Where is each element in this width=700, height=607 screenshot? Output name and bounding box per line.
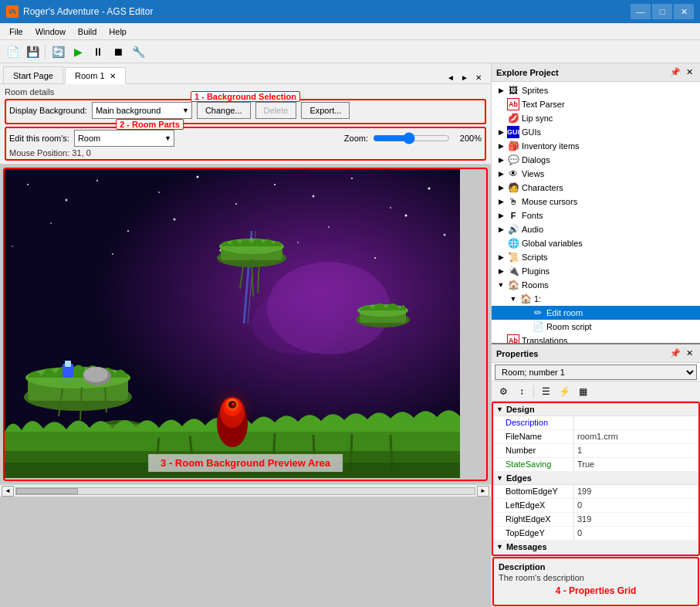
expand-mousecursors[interactable]: ▶ (495, 195, 507, 208)
tab-start-page[interactable]: Start Page (3, 66, 63, 83)
tree-item-dialogs[interactable]: ▶ 💬 Dialogs (492, 153, 700, 167)
tree-item-textparser[interactable]: Ab Text Parser (492, 97, 700, 111)
preview-annotation-label: 3 - Room Background Preview Area (148, 454, 343, 472)
translations-icon: Ab (507, 334, 519, 343)
tree-item-room1[interactable]: ▼ 🏠 1: (492, 292, 700, 306)
prop-description-value[interactable] (574, 416, 698, 429)
menu-file[interactable]: File (3, 25, 29, 38)
tree-item-mousecursors[interactable]: ▶ 🖱 Mouse cursors (492, 195, 700, 209)
expand-sprites[interactable]: ▶ (495, 84, 507, 97)
expand-fonts[interactable]: ▶ (495, 209, 507, 222)
expand-scripts[interactable]: ▶ (495, 251, 507, 263)
prop-bottomedgey-name: BottomEdgeY (493, 485, 574, 498)
editroom-icon: ✏ (532, 307, 544, 319)
tree-item-audio[interactable]: ▶ 🔊 Audio (492, 222, 700, 236)
tab-scroll-left[interactable]: ◄ (445, 71, 457, 83)
expand-views[interactable]: ▶ (495, 168, 507, 180)
properties-header: Properties 📌 ✕ (492, 344, 700, 363)
expand-guis[interactable]: ▶ (495, 126, 507, 138)
toolbar-step[interactable]: ⏸ (89, 42, 107, 61)
menu-help[interactable]: Help (103, 25, 133, 38)
scroll-right-btn[interactable]: ► (477, 486, 489, 497)
game-preview-svg: HOME (5, 169, 460, 478)
tree-item-lipsync[interactable]: 💋 Lip sync (492, 111, 700, 125)
toolbar-play[interactable]: ▶ (69, 42, 87, 61)
expand-characters[interactable]: ▶ (495, 181, 507, 194)
tree-item-roomscript[interactable]: 📄 Room script (492, 320, 700, 334)
expand-inventory[interactable]: ▶ (495, 140, 507, 152)
tab-scroll-right[interactable]: ► (458, 71, 471, 83)
tree-item-translations[interactable]: Ab Translations (492, 334, 700, 343)
props-events-btn[interactable]: ⚡ (556, 384, 573, 399)
audio-icon: 🔊 (507, 223, 519, 236)
props-sep-1 (533, 385, 534, 398)
tree-item-fonts[interactable]: ▶ F Fonts (492, 209, 700, 222)
section-edges[interactable]: ▼ Edges (493, 472, 698, 485)
section-design[interactable]: ▼ Design (493, 403, 698, 416)
expand-rooms[interactable]: ▼ (495, 279, 507, 291)
zoom-label: Zoom: (344, 134, 368, 143)
expand-plugins[interactable]: ▶ (495, 265, 507, 277)
svg-point-11 (428, 188, 431, 190)
toolbar-save[interactable]: 💾 (23, 42, 42, 61)
expand-textparser (495, 98, 507, 110)
bg-select-wrapper: Main background ▼ (92, 102, 192, 119)
tree-item-inventory[interactable]: ▶ 🎒 Inventory items (492, 139, 700, 153)
expand-room1[interactable]: ▼ (507, 293, 519, 305)
menubar: File Window Build Help (0, 23, 700, 40)
tree-item-globalvars[interactable]: 🌐 Global variables (492, 236, 700, 250)
preview-container[interactable]: HOME (0, 164, 491, 607)
section-messages[interactable]: ▼ Messages (493, 541, 698, 554)
preview-wrapper: HOME (3, 168, 488, 481)
zoom-slider[interactable] (373, 131, 450, 145)
props-pin-btn[interactable]: 📌 (669, 348, 681, 360)
tab-room1[interactable]: Room 1 ✕ (65, 67, 126, 84)
props-categorized-btn[interactable]: ⚙ (495, 384, 512, 399)
bg-dropdown[interactable]: Main background (92, 102, 192, 119)
tree-item-characters[interactable]: ▶ 🧑 Characters (492, 181, 700, 195)
svg-point-21 (297, 242, 299, 243)
tree-item-views[interactable]: ▶ 👁 Views (492, 167, 700, 181)
prop-description-name: Description (493, 416, 574, 429)
menu-window[interactable]: Window (29, 25, 72, 38)
titlebar: 🎮 Roger's Adventure - AGS Editor — □ ✕ (0, 0, 700, 23)
maximize-button[interactable]: □ (652, 4, 672, 19)
explore-close-btn[interactable]: ✕ (683, 66, 695, 79)
tree-item-rooms[interactable]: ▼ 🏠 Rooms (492, 278, 700, 292)
explore-panel: Explore Project 📌 ✕ ▶ 🖼 Sprites Ab (492, 63, 700, 344)
tab-close-btn[interactable]: ✕ (472, 71, 485, 83)
toolbar-new[interactable]: 📄 (3, 42, 22, 61)
export-bg-button[interactable]: Export... (301, 102, 350, 119)
explore-pin-btn[interactable]: 📌 (669, 66, 681, 79)
close-button[interactable]: ✕ (674, 4, 694, 19)
props-close-btn[interactable]: ✕ (683, 348, 695, 360)
expand-audio[interactable]: ▶ (495, 223, 507, 236)
plugins-icon: 🔌 (507, 265, 519, 277)
scroll-left-btn[interactable]: ◄ (2, 486, 14, 497)
tree-item-sprites[interactable]: ▶ 🖼 Sprites (492, 83, 700, 97)
delete-bg-button[interactable]: Delete (255, 102, 297, 119)
toolbar-run[interactable]: 🔄 (49, 42, 67, 61)
expand-dialogs[interactable]: ▶ (495, 154, 507, 166)
props-object-selector[interactable]: Room; number 1 (495, 365, 697, 380)
content-area: Room details 1 - Background Selection Di… (0, 84, 491, 607)
room-type-dropdown[interactable]: Room (74, 130, 174, 147)
properties-panel: Properties 📌 ✕ Room; number 1 ⚙ ↕ ☰ ⚡ ▦ (492, 344, 700, 607)
scrollbar-thumb[interactable] (15, 487, 475, 495)
props-grid-btn[interactable]: ▦ (574, 384, 591, 399)
props-alpha-btn[interactable]: ↕ (513, 384, 530, 399)
toolbar-stop[interactable]: ⏹ (109, 42, 127, 61)
toolbar-debug[interactable]: 🔧 (129, 42, 147, 61)
change-bg-button[interactable]: Change... (197, 102, 251, 119)
prop-rightedgex: RightEdgeX 319 (493, 513, 698, 527)
tree-item-scripts[interactable]: ▶ 📜 Scripts (492, 250, 700, 264)
h-scrollbar[interactable]: ◄ ► (0, 484, 491, 497)
tabs-bar: Start Page Room 1 ✕ ◄ ► ✕ (0, 63, 491, 84)
minimize-button[interactable]: — (631, 4, 651, 19)
tree-item-guis[interactable]: ▶ GUI GUIs (492, 125, 700, 139)
menu-build[interactable]: Build (72, 25, 103, 38)
tab-close-room1[interactable]: ✕ (110, 72, 116, 80)
tree-item-editroom[interactable]: ✏ Edit room (492, 306, 700, 320)
tree-item-plugins[interactable]: ▶ 🔌 Plugins (492, 264, 700, 278)
props-pages-btn[interactable]: ☰ (537, 384, 554, 399)
